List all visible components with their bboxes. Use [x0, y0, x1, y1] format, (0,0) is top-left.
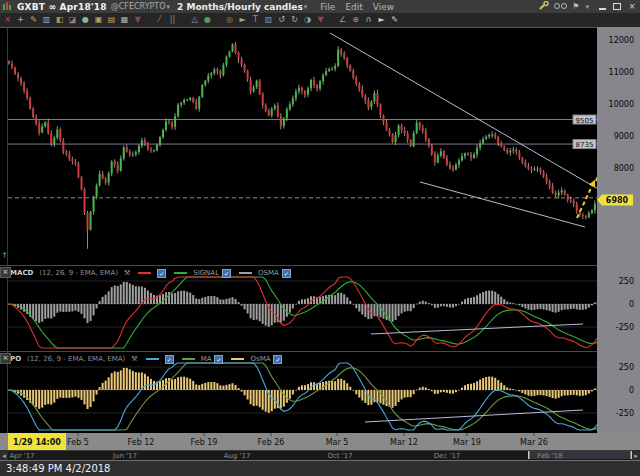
bar-style-icon[interactable]: ▥	[40, 14, 53, 26]
redo-icon[interactable]: ↻	[288, 14, 301, 26]
signal-checkbox[interactable]: ✓	[222, 269, 231, 278]
macd-close-button[interactable]: ×	[0, 267, 11, 278]
svg-text:0: 0	[629, 300, 634, 309]
close-chart-icon[interactable]: ×	[1, 14, 14, 26]
time-label: Feb 19	[191, 438, 218, 447]
maximize-button[interactable]	[612, 2, 622, 12]
magnet-icon[interactable]: ∩	[362, 14, 375, 26]
history-scrollbar[interactable]: Apr '17Jun '17Aug '17Oct '17Dec '17Feb '…	[0, 450, 640, 460]
svg-text:9000: 9000	[614, 132, 634, 141]
triangle-tool-icon[interactable]: △	[188, 14, 201, 26]
symbol-title: GXBT ∞ Apr18'18	[17, 2, 107, 12]
history-month-label: Feb '18	[537, 452, 562, 460]
svg-text:▸: ▸	[634, 452, 638, 460]
undo-icon[interactable]: ↺	[275, 14, 288, 26]
minimize-button[interactable]	[597, 2, 607, 12]
cursor-icon[interactable]: ►	[236, 14, 249, 26]
flag-icon[interactable]: ⚑	[572, 2, 579, 11]
po-osma-checkbox[interactable]: ✓	[273, 355, 282, 364]
period-selector[interactable]: 2 Months/Hourly candles	[177, 2, 303, 12]
wrench-icon[interactable]	[539, 1, 549, 12]
trendline-tool-icon[interactable]: ⁄	[153, 14, 166, 26]
crosshair-icon[interactable]: +	[14, 14, 27, 26]
pointer-icon[interactable]: ►	[375, 14, 388, 26]
trading-app-window: { "window": { "symbol": "GXBT ∞ Apr18'18…	[0, 0, 640, 476]
time-label: Feb 26	[258, 438, 285, 447]
close-button[interactable]: ×	[627, 2, 637, 12]
title-bar: GXBT ∞ Apr18'18 @CFECRYPTO ▾ 2 Months/Ho…	[0, 0, 640, 14]
filter-icon[interactable]: ▼	[131, 14, 144, 26]
history-month-label: Aug '17	[224, 452, 251, 460]
ellipse-tool-icon[interactable]: ●	[201, 14, 214, 26]
svg-text:8735: 8735	[576, 141, 594, 149]
last-price-tag: 6980	[597, 195, 633, 206]
refresh-icon[interactable]: ◑	[301, 14, 314, 26]
svg-text:9505: 9505	[576, 117, 594, 125]
svg-text:12000: 12000	[609, 36, 634, 45]
history-month-label: Apr '17	[9, 452, 34, 460]
osma-swatch	[239, 272, 252, 274]
history-month-label: Oct '17	[327, 452, 352, 460]
measure-icon[interactable]: ∠	[336, 14, 349, 26]
svg-text:◂: ◂	[2, 452, 6, 460]
dot-marker-icon[interactable]: ●	[79, 14, 92, 26]
layout-grid-icon[interactable]: ▦	[118, 14, 131, 26]
po-line-swatch	[146, 358, 159, 360]
svg-text:6980: 6980	[606, 196, 629, 205]
macd-label: MACD	[10, 269, 33, 277]
eraser-icon[interactable]: ◪	[66, 14, 79, 26]
po-line-checkbox[interactable]: ✓	[165, 355, 174, 364]
history-month-label: Dec '17	[434, 452, 461, 460]
po-close-button[interactable]: ×	[0, 353, 11, 364]
zoom-in-icon[interactable]: ⊕	[349, 14, 362, 26]
draw-pencil-icon[interactable]: ✎	[27, 14, 40, 26]
folder-icon[interactable]: ▤	[105, 14, 118, 26]
svg-text:250: 250	[619, 277, 634, 286]
filter2-icon[interactable]: ▼	[314, 14, 327, 26]
menu-edit[interactable]: Edit	[345, 2, 362, 12]
time-axis[interactable]: 1/29 14:00Feb 5Feb 12Feb 19Feb 26Mar 5Ma…	[0, 433, 640, 450]
main-price-chart[interactable]: 12000110001000090008000950587356980	[0, 27, 640, 265]
link-icon[interactable]	[554, 2, 567, 12]
osma-checkbox[interactable]: ✓	[282, 269, 291, 278]
chart-type-icon[interactable]: ▧	[262, 14, 275, 26]
time-label: Feb 12	[128, 438, 155, 447]
pen-icon[interactable]: ✎	[388, 14, 401, 26]
app-icon	[2, 2, 13, 11]
ma-checkbox[interactable]: ✓	[214, 355, 223, 364]
time-label: Mar 19	[453, 438, 481, 447]
menu-view[interactable]: View	[373, 2, 394, 12]
paint-icon[interactable]: ◧	[53, 14, 66, 26]
indicator-axis[interactable]: 2500-250	[597, 351, 640, 433]
macd-params: (12, 26, 9 - EMA, EMA)	[39, 269, 118, 277]
po-settings-icon[interactable]: ⚒	[131, 355, 137, 363]
svg-text:10000: 10000	[609, 100, 634, 109]
snapshot-icon[interactable]: ▣	[92, 14, 105, 26]
macd-line-swatch	[138, 272, 151, 274]
flag-caret-icon[interactable]: ▾	[585, 3, 589, 11]
period-caret-icon[interactable]: ▾	[304, 3, 308, 11]
svg-text:-250: -250	[616, 323, 634, 332]
time-label: Mar 26	[520, 438, 548, 447]
parallel-lines-icon[interactable]: ||	[166, 14, 179, 26]
drawing-toolbar: ×+✎▥◧◪●▣▤▦▼⁄||△●◎►T▧↺↻◑▼∠⊕∩►✎	[0, 13, 640, 28]
ma-line-swatch	[182, 358, 195, 360]
feed-caret-icon[interactable]: ▾	[167, 3, 171, 11]
po-osma-legend-label: OsMA	[250, 355, 270, 363]
po-osma-swatch	[231, 358, 244, 360]
macd-line-checkbox[interactable]: ✓	[157, 269, 166, 278]
time-label: Feb 5	[67, 438, 89, 447]
jump-to-latest-icon[interactable]: ↑	[0, 250, 9, 261]
text-tool-icon[interactable]: T	[249, 14, 262, 26]
svg-text:11000: 11000	[609, 68, 634, 77]
svg-text:1/29 14:00: 1/29 14:00	[13, 438, 61, 447]
menu-file[interactable]: File	[320, 2, 335, 12]
time-label: Mar 5	[326, 438, 349, 447]
signal-line-swatch	[174, 272, 187, 274]
indicator-axis[interactable]: 2500-250	[597, 265, 640, 351]
macd-settings-icon[interactable]: ⚒	[124, 269, 130, 277]
svg-text:-250: -250	[616, 409, 634, 418]
target-icon[interactable]: ◎	[223, 14, 236, 26]
svg-text:8000: 8000	[614, 164, 634, 173]
feed-selector[interactable]: @CFECRYPTO	[111, 2, 166, 11]
